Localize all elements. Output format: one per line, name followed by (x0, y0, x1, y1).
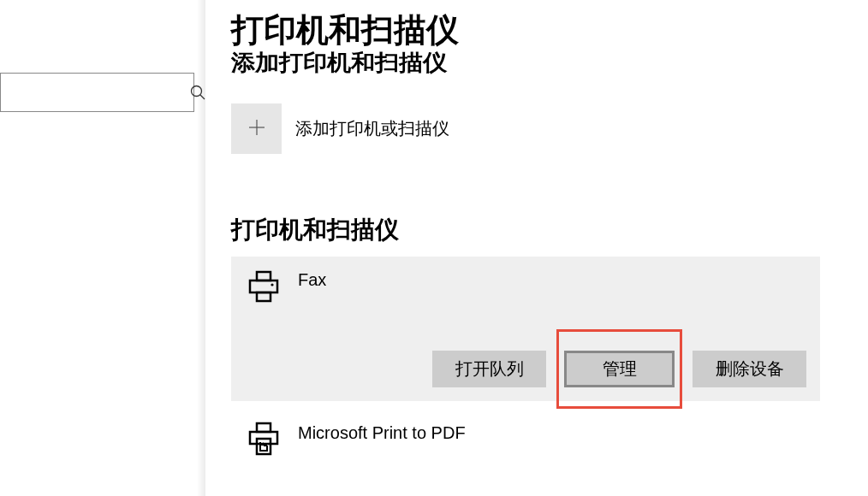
printer-item-pdf[interactable]: Microsoft Print to PDF (231, 408, 820, 471)
search-input[interactable] (1, 74, 189, 111)
printer-name-label: Microsoft Print to PDF (298, 423, 466, 443)
plus-icon (247, 117, 267, 141)
settings-sidebar (0, 0, 205, 496)
add-printer-row[interactable]: 添加打印机或扫描仪 (231, 103, 820, 154)
manage-button[interactable]: 管理 (564, 351, 675, 387)
printer-list-header: 打印机和扫描仪 (231, 214, 820, 246)
page-title: 打印机和扫描仪 (231, 9, 820, 52)
printer-item-fax[interactable]: Fax 打开队列 管理 删除设备 (231, 257, 820, 401)
printer-icon (245, 269, 282, 310)
svg-rect-8 (257, 423, 271, 432)
remove-device-button[interactable]: 删除设备 (693, 351, 806, 387)
add-icon-box (231, 103, 282, 154)
printer-icon (245, 420, 282, 461)
manage-button-highlight: 管理 (556, 329, 682, 409)
open-queue-button[interactable]: 打开队列 (432, 351, 546, 387)
section-subtitle-obscured: 添加打印机和扫描仪 (231, 49, 820, 79)
printer-action-buttons: 打开队列 管理 删除设备 (245, 351, 806, 387)
search-field-container[interactable] (0, 73, 194, 112)
sidebar-divider-shadow (197, 0, 205, 496)
svg-point-7 (271, 283, 273, 286)
svg-rect-5 (250, 280, 277, 292)
svg-rect-6 (257, 292, 271, 301)
add-printer-label: 添加打印机或扫描仪 (295, 117, 449, 140)
printer-name-label: Fax (298, 270, 326, 290)
settings-content: 打印机和扫描仪 添加打印机和扫描仪 添加打印机或扫描仪 打印机和扫描仪 (205, 0, 868, 496)
svg-rect-4 (257, 272, 271, 280)
